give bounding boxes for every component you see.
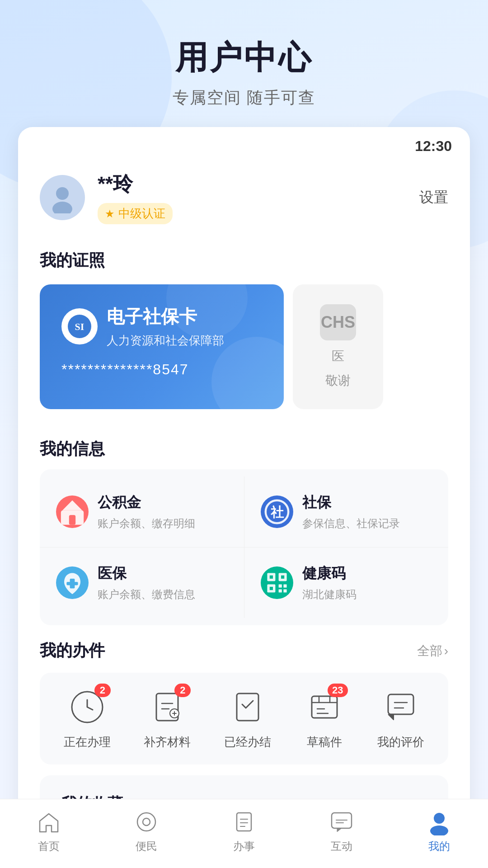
interact-nav-label: 互动 <box>331 839 352 854</box>
bottom-navigation: 首页 便民 办事 <box>0 799 488 868</box>
svg-rect-21 <box>278 585 282 588</box>
svg-point-7 <box>56 187 69 200</box>
affairs-grid: 2 正在办理 2 <box>40 673 448 764</box>
affair-review-icon <box>381 687 421 727</box>
svg-rect-17 <box>66 582 78 585</box>
info-item-jiankangma[interactable]: 健康码 湖北健康码 <box>244 547 449 618</box>
health-insurance-card[interactable]: CHS 医 敬谢 <box>293 284 383 409</box>
status-bar: 12:30 <box>18 127 470 162</box>
svg-rect-32 <box>312 696 337 718</box>
card-number: **************8547 <box>61 361 262 378</box>
affairs-all-button[interactable]: 全部 › <box>417 642 448 660</box>
gongjijin-name: 公积金 <box>98 493 195 513</box>
cert-text: 中级认证 <box>118 206 165 222</box>
info-item-yibao[interactable]: 医保 账户余额、缴费信息 <box>40 547 244 618</box>
affair-supplement-wrap: 2 <box>147 687 187 727</box>
nav-item-interact[interactable]: 互动 <box>293 808 390 854</box>
user-left: **玲 ★ 中级认证 <box>40 171 173 224</box>
my-info-title: 我的信息 <box>18 427 470 469</box>
affair-processing-wrap: 2 <box>67 687 107 727</box>
status-time: 12:30 <box>415 138 452 155</box>
card-title-block: 电子社保卡 人力资源和社会保障部 <box>107 304 224 349</box>
affair-completed-icon <box>228 687 267 727</box>
main-card: 12:30 **玲 ★ 中级认证 设置 <box>18 127 470 868</box>
interact-icon <box>328 808 355 835</box>
card-gray-text: 医 <box>332 348 344 365</box>
cards-carousel: SI 电子社保卡 人力资源和社会保障部 **************8547 C… <box>18 281 470 427</box>
svg-text:SI: SI <box>75 321 84 332</box>
svg-rect-27 <box>269 587 272 590</box>
affair-item-supplement[interactable]: 2 补齐材料 <box>144 687 191 750</box>
svg-rect-33 <box>388 694 413 714</box>
cert-star-icon: ★ <box>105 208 115 220</box>
svg-marker-12 <box>62 500 82 510</box>
shebao-icon: 社 <box>261 495 293 528</box>
user-name: **玲 <box>98 171 173 198</box>
affair-draft-label: 草稿件 <box>307 734 342 750</box>
affair-item-review[interactable]: 我的评价 <box>377 687 424 750</box>
svg-rect-22 <box>283 585 286 588</box>
gongjijin-text: 公积金 账户余额、缴存明细 <box>98 493 195 531</box>
my-cards-title: 我的证照 <box>18 239 470 281</box>
yibao-desc: 账户余额、缴费信息 <box>98 587 195 602</box>
affair-item-completed[interactable]: 已经办结 <box>224 687 271 750</box>
nav-item-home[interactable]: 首页 <box>0 808 98 854</box>
svg-point-35 <box>143 818 150 826</box>
jiankangma-text: 健康码 湖北健康码 <box>302 564 357 602</box>
yibao-name: 医保 <box>98 564 195 584</box>
page-subtitle: 专属空间 随手可查 <box>18 87 470 109</box>
info-grid: 公积金 账户余额、缴存明细 社 社保 参保信息、社保记录 <box>40 469 448 625</box>
affair-item-draft[interactable]: 23 草稿件 <box>305 687 344 750</box>
card-logo: SI <box>61 308 98 344</box>
affair-completed-label: 已经办结 <box>224 734 271 750</box>
affair-review-label: 我的评价 <box>377 734 424 750</box>
card-title: 电子社保卡 <box>107 304 224 329</box>
info-item-gongjijin[interactable]: 公积金 账户余额、缴存明细 <box>40 476 244 547</box>
social-security-card[interactable]: SI 电子社保卡 人力资源和社会保障部 **************8547 <box>40 284 284 409</box>
affairs-title: 我的办件 <box>40 640 105 662</box>
yibao-text: 医保 账户余额、缴费信息 <box>98 564 195 602</box>
svg-rect-36 <box>237 813 251 831</box>
info-item-shebao[interactable]: 社 社保 参保信息、社保记录 <box>244 476 449 547</box>
nav-item-mine[interactable]: 我的 <box>390 808 488 854</box>
mine-nav-label: 我的 <box>428 839 450 854</box>
nav-item-affairs[interactable]: 办事 <box>195 808 293 854</box>
svg-rect-25 <box>269 576 272 579</box>
user-profile: **玲 ★ 中级认证 设置 <box>18 162 470 239</box>
info-row-1: 公积金 账户余额、缴存明细 社 社保 参保信息、社保记录 <box>40 476 448 547</box>
avatar <box>40 175 85 220</box>
svg-point-38 <box>434 813 445 824</box>
cert-badge: ★ 中级认证 <box>98 203 173 224</box>
affair-draft-wrap: 23 <box>305 687 344 727</box>
card-header: SI 电子社保卡 人力资源和社会保障部 <box>61 304 262 349</box>
user-info: **玲 ★ 中级认证 <box>98 171 173 224</box>
settings-button[interactable]: 设置 <box>419 188 448 208</box>
shebao-desc: 参保信息、社保记录 <box>302 516 400 531</box>
shebao-name: 社保 <box>302 493 400 513</box>
chevron-right-icon: › <box>444 644 448 658</box>
jiankangma-desc: 湖北健康码 <box>302 587 357 602</box>
affair-supplement-label: 补齐材料 <box>144 734 191 750</box>
affair-draft-badge: 23 <box>328 684 347 697</box>
affair-supplement-badge: 2 <box>174 684 191 697</box>
card-gray-subtitle: 敬谢 <box>325 372 351 389</box>
affairs-nav-icon <box>230 808 258 835</box>
svg-rect-23 <box>278 589 282 592</box>
card-subtitle: 人力资源和社会保障部 <box>107 333 224 349</box>
svg-rect-24 <box>283 589 286 592</box>
mine-icon <box>426 808 453 835</box>
svg-rect-13 <box>69 515 75 525</box>
affair-processing-badge: 2 <box>94 684 111 697</box>
services-icon <box>133 808 160 835</box>
nav-item-services[interactable]: 便民 <box>98 808 195 854</box>
affair-item-processing[interactable]: 2 正在办理 <box>64 687 111 750</box>
affairs-nav-label: 办事 <box>233 839 255 854</box>
affair-completed-wrap <box>228 687 267 727</box>
page-title: 用户中心 <box>18 36 470 80</box>
home-nav-label: 首页 <box>38 839 60 854</box>
jiankangma-icon <box>261 566 293 599</box>
shebao-text: 社保 参保信息、社保记录 <box>302 493 400 531</box>
svg-point-39 <box>430 826 448 835</box>
affairs-header: 我的办件 全部 › <box>18 625 470 673</box>
home-icon <box>35 808 62 835</box>
